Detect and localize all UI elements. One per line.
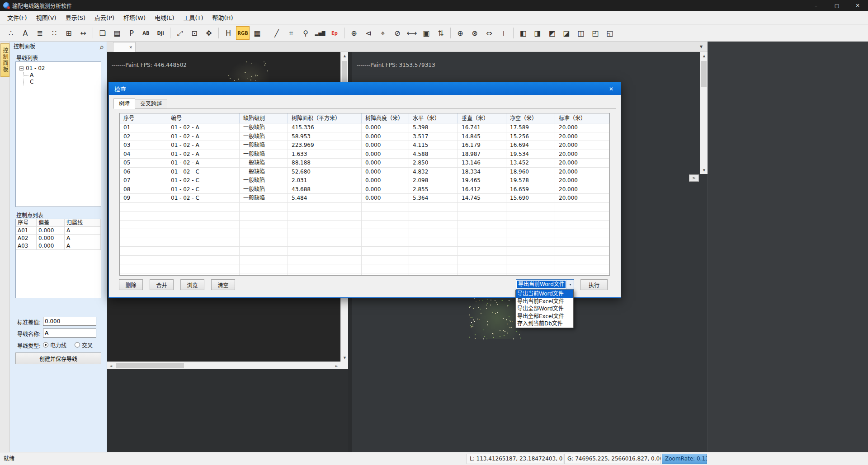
maximize-button[interactable]: ▢ bbox=[826, 0, 847, 11]
dialog-close-button[interactable]: ✕ bbox=[604, 84, 618, 94]
horizontal-scrollbar-left-viewport[interactable]: ◄ ► bbox=[107, 362, 340, 369]
menu-item[interactable]: 视图(V) bbox=[32, 11, 61, 25]
table-row[interactable]: A010.000A bbox=[16, 227, 101, 235]
panel-layout-icon-5[interactable]: ◫ bbox=[574, 26, 588, 40]
tree-node-child[interactable]: C bbox=[24, 79, 99, 85]
table-row[interactable]: 0701 - 02 - C一般缺陷2.0310.0002.09819.46519… bbox=[120, 176, 609, 185]
column-header[interactable]: 标准（米） bbox=[555, 113, 609, 123]
stamp-icon[interactable]: ≣ bbox=[33, 26, 47, 40]
table-row[interactable]: 0101 - 02 - A一般缺陷415.3360.0005.39816.741… bbox=[120, 123, 609, 132]
wire-type-option[interactable]: 交叉 bbox=[75, 341, 93, 349]
column-header[interactable]: 编号 bbox=[167, 113, 240, 123]
document-tab[interactable]: ✕ bbox=[113, 42, 136, 52]
histogram-icon[interactable]: ▂▅▇ bbox=[313, 26, 327, 40]
zoom-off-icon[interactable]: ⊘ bbox=[391, 26, 404, 40]
ruler-icon[interactable]: ╱ bbox=[270, 26, 283, 40]
zoom-extents-icon[interactable]: ⊡ bbox=[188, 26, 201, 40]
tile-windows-icon[interactable]: ⊞ bbox=[62, 26, 75, 40]
scroll-down-icon[interactable]: ▼ bbox=[700, 166, 708, 174]
rail-tab-control-panel[interactable]: 控制面板 bbox=[0, 43, 9, 77]
table-row[interactable]: A020.000A bbox=[16, 235, 101, 242]
measure-distance-icon[interactable]: ⟷ bbox=[405, 26, 419, 40]
frame-select-icon[interactable]: ▣ bbox=[420, 26, 433, 40]
zoom-back-icon[interactable]: ⊲ bbox=[362, 26, 375, 40]
table-row[interactable]: 0801 - 02 - C一般缺陷43.6880.0002.85516.4121… bbox=[120, 185, 609, 194]
tab-close-icon[interactable]: ✕ bbox=[129, 45, 132, 50]
create-save-wire-button[interactable]: 创建并保存导线 bbox=[15, 352, 101, 364]
rgb-icon[interactable]: RGB bbox=[236, 26, 250, 40]
column-header[interactable]: 垂直（米） bbox=[458, 113, 506, 123]
dji-icon[interactable]: Dji bbox=[154, 26, 167, 40]
pan-hand-icon[interactable]: ✥ bbox=[202, 26, 216, 40]
menu-item[interactable]: 显示(S) bbox=[61, 11, 90, 25]
menu-item[interactable]: 文件(F) bbox=[3, 11, 32, 25]
pin-icon[interactable]: ⚲ bbox=[96, 43, 106, 52]
tab-menu-icon[interactable]: ▼ bbox=[698, 43, 705, 51]
menu-item[interactable]: 杆塔(W) bbox=[119, 11, 150, 25]
add-point-icon[interactable]: ⊕ bbox=[453, 26, 467, 40]
vertical-scrollbar-right-viewport[interactable]: ▲ ▼ bbox=[700, 52, 708, 174]
export-option[interactable]: 导出当前Word文件 bbox=[516, 290, 573, 298]
menu-item[interactable]: 帮助(H) bbox=[208, 11, 238, 25]
export-option[interactable]: 导出当前Excel文件 bbox=[516, 298, 573, 305]
label-box-icon[interactable]: A bbox=[19, 26, 32, 40]
dialog-tab-0[interactable]: 树障 bbox=[113, 99, 135, 109]
area-measure-icon[interactable]: ⌗ bbox=[284, 26, 298, 40]
scroll-up-icon[interactable]: ▲ bbox=[341, 52, 348, 60]
tree-node-root[interactable]: − 01 - 02 bbox=[18, 65, 99, 72]
column-header[interactable]: 归属线 bbox=[65, 219, 101, 227]
column-header[interactable]: 缺陷级别 bbox=[240, 113, 288, 123]
minimize-button[interactable]: – bbox=[806, 0, 826, 11]
merge-button[interactable]: 合并 bbox=[150, 279, 174, 290]
scrollbar-thumb[interactable] bbox=[342, 61, 347, 83]
scroll-right-icon[interactable]: ► bbox=[333, 362, 340, 369]
column-header[interactable]: 树障面积（平方米） bbox=[288, 113, 362, 123]
table-row[interactable]: 0501 - 02 - A一般缺陷88.1880.0002.85013.1461… bbox=[120, 159, 609, 168]
report-p-icon[interactable]: P bbox=[125, 26, 138, 40]
clear-button[interactable]: 清空 bbox=[211, 279, 235, 290]
panel-layout-icon-6[interactable]: ◰ bbox=[589, 26, 602, 40]
panel-layout-icon-1[interactable]: ◧ bbox=[516, 26, 530, 40]
image-icon[interactable]: ▦ bbox=[250, 26, 264, 40]
height-h-icon[interactable]: H bbox=[222, 26, 235, 40]
save-icon[interactable]: ▤ bbox=[110, 26, 124, 40]
dialog-title-bar[interactable]: 检查 bbox=[109, 82, 621, 95]
column-header[interactable]: 偏差 bbox=[37, 219, 65, 227]
export-option[interactable]: 导出全部Word文件 bbox=[516, 305, 573, 313]
fit-width-icon[interactable]: ↔ bbox=[76, 26, 90, 40]
table-row[interactable]: 0901 - 02 - C一般缺陷5.4840.0005.36414.74515… bbox=[120, 194, 609, 203]
point-cloud-icon[interactable]: ∷ bbox=[47, 26, 61, 40]
graph-nodes-icon[interactable]: ∴ bbox=[4, 26, 18, 40]
column-header[interactable]: 序号 bbox=[120, 113, 167, 123]
fullscreen-icon[interactable]: ⤢ bbox=[173, 26, 187, 40]
column-header[interactable]: 树障高度（米） bbox=[362, 113, 409, 123]
ep-icon[interactable]: Ep bbox=[328, 26, 341, 40]
panel-layout-icon-2[interactable]: ◨ bbox=[531, 26, 544, 40]
label-ab-icon[interactable]: AB bbox=[139, 26, 153, 40]
scrollbar-thumb[interactable] bbox=[116, 363, 184, 368]
std-dev-input[interactable] bbox=[43, 317, 96, 326]
table-row[interactable]: A030.000A bbox=[16, 242, 101, 250]
menu-item[interactable]: 工具(T) bbox=[179, 11, 208, 25]
wire-type-option[interactable]: 电力线 bbox=[43, 341, 66, 349]
wire-name-input[interactable] bbox=[43, 329, 96, 338]
tree-collapse-icon[interactable]: − bbox=[19, 66, 24, 70]
table-row[interactable]: 0201 - 02 - A一般缺陷58.9530.0003.51714.8451… bbox=[120, 132, 609, 141]
table-row[interactable]: 0401 - 02 - A一般缺陷1.6330.0004.58818.98719… bbox=[120, 150, 609, 159]
zoom-in-icon[interactable]: ⊕ bbox=[347, 26, 361, 40]
export-option[interactable]: 导出全部Excel文件 bbox=[516, 313, 573, 320]
scroll-left-icon[interactable]: ◄ bbox=[107, 362, 115, 369]
move-icon[interactable]: ⌖ bbox=[376, 26, 390, 40]
delete-point-icon[interactable]: ⊗ bbox=[468, 26, 481, 40]
chevron-down-icon[interactable]: ▾ bbox=[566, 280, 574, 289]
close-button[interactable]: ✕ bbox=[847, 0, 868, 11]
table-row[interactable]: 0601 - 02 - C一般缺陷52.6800.0004.83218.3341… bbox=[120, 168, 609, 177]
export-option[interactable]: 存入到当前Db文件 bbox=[516, 320, 573, 328]
panel-layout-icon-7[interactable]: ◱ bbox=[603, 26, 617, 40]
scrollbar-thumb[interactable] bbox=[701, 61, 707, 87]
column-header[interactable]: 净空（米） bbox=[506, 113, 555, 123]
export-type-combobox[interactable]: 导出当前Word文件 ▾ bbox=[516, 279, 574, 290]
delete-button[interactable]: 删除 bbox=[119, 279, 143, 290]
menu-item[interactable]: 电线(L) bbox=[150, 11, 179, 25]
level-tool-icon[interactable]: ⊤ bbox=[497, 26, 510, 40]
